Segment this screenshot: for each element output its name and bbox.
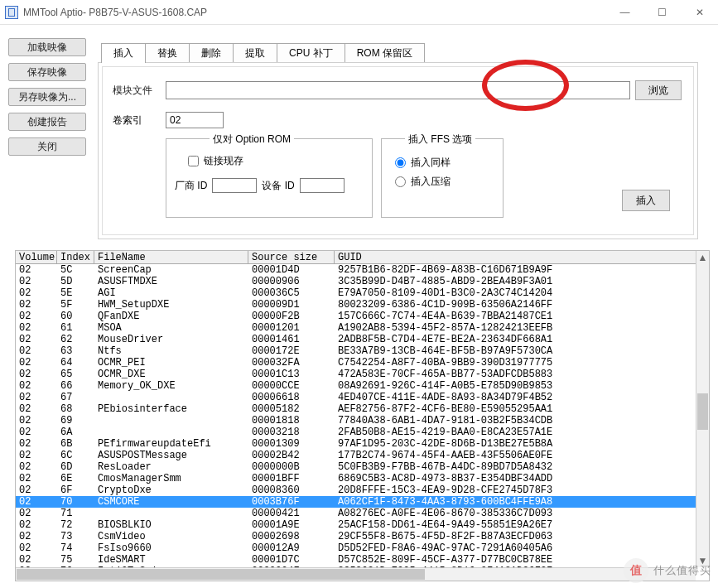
table-row[interactable]: 026DResLoader0000000B5C0FB3B9-F7BB-467B-… (16, 461, 709, 473)
table-cell: CSMCORE (94, 496, 248, 508)
table-row[interactable]: 025DASUSFTMDXE000009063C35B99D-D4B7-4885… (16, 276, 709, 287)
table-row[interactable]: 0273CsmVideo0000269829CF55F8-B675-4F5D-8… (16, 531, 709, 542)
table-row[interactable]: 026FCryptoDxe0000836020D8FFFE-15C3-4EA9-… (16, 484, 709, 496)
table-cell: 02 (16, 519, 57, 531)
table-row[interactable]: 027100000421A08276EC-A0FE-4E06-8670-3853… (16, 508, 709, 519)
titlebar: MMTool Aptio- P8B75-V-ASUS-1608.CAP — ☐ … (0, 0, 718, 25)
table-row[interactable]: 026CASUSPOSTMessage00002B42177B2C74-9674… (16, 450, 709, 461)
table-cell: CsmVideo (94, 531, 248, 542)
table-row[interactable]: 0274FsIso9660000012A9D5D52FED-F8A6-49AC-… (16, 542, 709, 554)
table-cell (94, 508, 248, 519)
table-row[interactable]: 0272BIOSBLKIO00001A9E25ACF158-DD61-4E64-… (16, 519, 709, 531)
table-cell: 2FAB50B8-AE15-4219-BAA0-E8CA23E57A1E (335, 427, 709, 438)
tab-cpu-patch[interactable]: CPU 补丁 (277, 43, 345, 63)
table-cell: 5E (57, 287, 94, 299)
link-existing-checkbox[interactable] (188, 156, 199, 166)
header-guid[interactable]: GUID (335, 251, 709, 263)
tab-strip: 插入 替换 删除 提取 CPU 补丁 ROM 保留区 (101, 43, 424, 63)
header-filename[interactable]: FileName (94, 251, 248, 263)
maximize-button[interactable]: ☐ (643, 0, 681, 25)
table-cell: 00002B42 (248, 450, 335, 461)
volume-index-input[interactable] (166, 112, 224, 128)
table-row[interactable]: 025CScreenCap00001D4D9257B1B6-82DF-4B69-… (16, 264, 709, 276)
table-row[interactable]: 0267000066184ED407CE-411E-4ADE-8A93-8A34… (16, 392, 709, 403)
table-row[interactable]: 0261MSOA00001201A1902AB8-5394-45F2-857A-… (16, 322, 709, 334)
table-cell: 00001BFF (248, 473, 335, 484)
table-cell: 74 (57, 542, 94, 554)
table-cell: A08276EC-A0FE-4E06-8670-385336C7D093 (335, 508, 709, 519)
table-cell: 00001818 (248, 415, 335, 427)
header-volume[interactable]: Volume (16, 251, 57, 263)
table-cell: BE33A7B9-13CB-464E-BF5B-B97A9F5730CA (335, 345, 709, 357)
table-row[interactable]: 026ECmosManagerSmm00001BFF6869C5B3-AC8D-… (16, 473, 709, 484)
table-cell: 00001A9E (248, 519, 335, 531)
table-cell: 61 (57, 322, 94, 334)
table-row[interactable]: 025FHWM_SetupDXE000009D180023209-6386-4C… (16, 299, 709, 311)
table-cell: IdeSMART (94, 554, 248, 566)
ffs-same-label: 插入同样 (411, 156, 451, 170)
table-cell: 66 (57, 380, 94, 392)
table-cell: 77840A38-6AB1-4DA7-9181-03B2F5B34CDB (335, 415, 709, 427)
load-image-button[interactable]: 加载映像 (8, 38, 86, 56)
table-row[interactable]: 0266Memory_OK_DXE00000CCE08A92691-926C-4… (16, 380, 709, 392)
device-id-input[interactable] (300, 178, 345, 193)
tab-rom-reserved[interactable]: ROM 保留区 (345, 43, 425, 63)
tab-extract[interactable]: 提取 (233, 43, 277, 63)
table-row[interactable]: 0264OCMR_PEI000032FAC7542254-A8F7-40BA-9… (16, 357, 709, 369)
table-cell: PEfirmwareupdateEfi (94, 438, 248, 450)
close-button[interactable]: ✕ (681, 0, 718, 25)
table-cell: 02 (16, 484, 57, 496)
ffs-compress-radio[interactable] (395, 176, 406, 187)
table-cell: PEbiosinterface (94, 403, 248, 415)
table-cell: OCMR_DXE (94, 369, 248, 380)
tab-delete[interactable]: 删除 (189, 43, 234, 63)
vertical-scroll-thumb[interactable] (697, 393, 708, 430)
table-cell: 60 (57, 311, 94, 322)
table-cell: A062CF1F-8473-4AA3-8793-600BC4FFE9A8 (335, 496, 709, 508)
table-cell: 000012A9 (248, 542, 335, 554)
table-header: Volume Index FileName Source size GUID (16, 251, 709, 264)
table-cell: 00001201 (248, 322, 335, 334)
create-report-button[interactable]: 创建报告 (8, 113, 86, 131)
table-cell: 02 (16, 461, 57, 473)
scroll-up-arrow[interactable]: ▲ (696, 251, 709, 264)
table-cell: 80023209-6386-4C1D-909B-63506A2146FF (335, 299, 709, 311)
horizontal-scroll-thumb[interactable] (17, 569, 425, 580)
table-cell: 5C0FB3B9-F7BB-467B-A4DC-89BD7D5A8432 (335, 461, 709, 473)
horizontal-scrollbar[interactable] (16, 567, 696, 581)
table-cell: 02 (16, 403, 57, 415)
vendor-id-input[interactable] (212, 178, 257, 193)
table-row[interactable]: 026BPEfirmwareupdateEfi0000130997AF1D95-… (16, 438, 709, 450)
table-row[interactable]: 025EAGI000036C5E79A7050-8109-40D1-B3C0-2… (16, 287, 709, 299)
table-row[interactable]: 0262MouseDriver000014612ADB8F5B-C7D4-4E7… (16, 334, 709, 345)
table-cell: MSOA (94, 322, 248, 334)
table-row[interactable]: 0260QFanDXE00000F2B157C666C-7C74-4E4A-B6… (16, 311, 709, 322)
vertical-scrollbar[interactable]: ▲ ▼ (696, 251, 709, 567)
close-image-button[interactable]: 关闭 (8, 137, 86, 156)
table-cell: 0000172E (248, 345, 335, 357)
scroll-down-arrow[interactable]: ▼ (696, 554, 709, 567)
table-cell: 02 (16, 542, 57, 554)
table-cell: 02 (16, 427, 57, 438)
browse-button[interactable]: 浏览 (635, 80, 682, 100)
table-row[interactable]: 0270CSMCORE0003B76FA062CF1F-8473-4AA3-87… (16, 496, 709, 508)
table-row[interactable]: 02690000181877840A38-6AB1-4DA7-9181-03B2… (16, 415, 709, 427)
table-cell: 68 (57, 403, 94, 415)
insert-button[interactable]: 插入 (622, 190, 670, 211)
table-row[interactable]: 0268PEbiosinterface00005182AEF82756-87F2… (16, 403, 709, 415)
tab-insert[interactable]: 插入 (101, 43, 146, 63)
table-cell: 2ADB8F5B-C7D4-4E7E-BE2A-23634DF668A1 (335, 334, 709, 345)
table-cell: 177B2C74-9674-45F4-AAEB-43F5506AE0FE (335, 450, 709, 461)
save-image-as-button[interactable]: 另存映像为... (8, 88, 86, 106)
minimize-button[interactable]: — (606, 0, 643, 25)
ffs-same-radio[interactable] (395, 157, 406, 168)
save-image-button[interactable]: 保存映像 (8, 63, 86, 81)
tab-replace[interactable]: 替换 (145, 43, 190, 63)
table-row[interactable]: 0275IdeSMART00001D7CD57C852E-809F-45CF-A… (16, 554, 709, 566)
header-source-size[interactable]: Source size (248, 251, 335, 263)
table-row[interactable]: 026A000032182FAB50B8-AE15-4219-BAA0-E8CA… (16, 427, 709, 438)
header-index[interactable]: Index (57, 251, 94, 263)
table-row[interactable]: 0263Ntfs0000172EBE33A7B9-13CB-464E-BF5B-… (16, 345, 709, 357)
table-row[interactable]: 0265OCMR_DXE00001C13472A583E-70CF-465A-B… (16, 369, 709, 380)
module-file-input[interactable] (166, 81, 630, 99)
